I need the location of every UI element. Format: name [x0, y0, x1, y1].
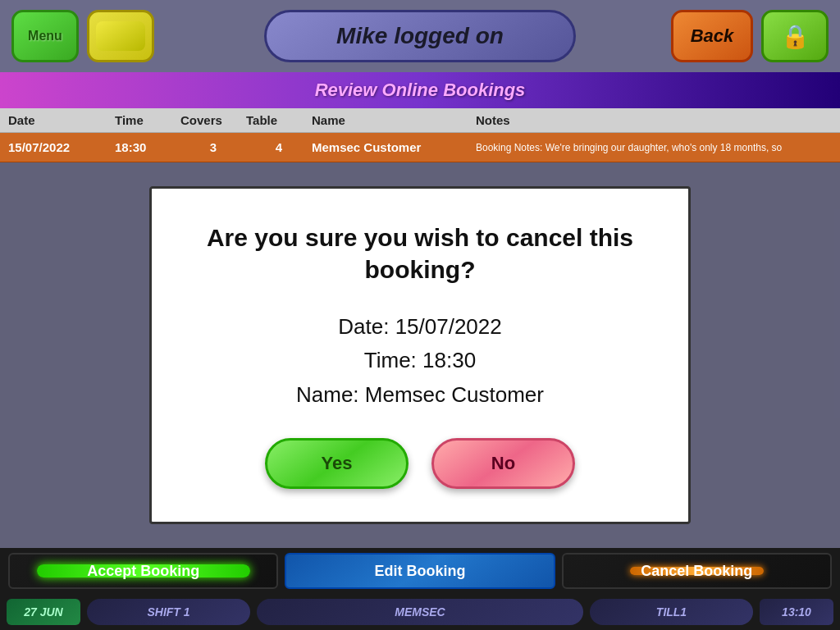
row-name: Memsec Customer — [312, 140, 476, 154]
edit-btn-label: Edit Booking — [374, 563, 465, 580]
top-right-buttons: Back 🔒 — [671, 10, 829, 62]
col-notes-header: Notes — [476, 113, 832, 127]
cancel-btn-label: Cancel Booking — [641, 563, 752, 580]
modal-date-line: Date: 15/07/2022 — [296, 310, 544, 345]
cancel-booking-button[interactable]: Cancel Booking — [562, 553, 832, 589]
yellow-inner — [96, 21, 145, 51]
edit-booking-button[interactable]: Edit Booking — [285, 553, 555, 589]
modal-name-label: Name: — [296, 382, 359, 407]
modal-time-value: 18:30 — [422, 348, 476, 372]
modal-date-label: Date: — [338, 314, 389, 339]
main-content: Are you sure you wish to cancel this boo… — [0, 162, 840, 548]
top-bar: Menu Mike logged on Back 🔒 — [0, 0, 840, 72]
status-till: TILL1 — [590, 599, 753, 625]
no-button[interactable]: No — [431, 438, 575, 489]
modal-buttons: Yes No — [265, 438, 575, 489]
status-bar: 27 JUN SHIFT 1 MEMSEC TILL1 13:10 — [0, 594, 840, 630]
status-memsec: MEMSEC — [257, 599, 583, 625]
row-table: 4 — [246, 140, 312, 154]
modal-overlay: Are you sure you wish to cancel this boo… — [0, 162, 840, 548]
modal-question: Are you sure you wish to cancel this boo… — [185, 221, 655, 285]
modal-name-value: Memsec Customer — [365, 382, 544, 407]
status-shift: SHIFT 1 — [87, 599, 250, 625]
status-time: 13:10 — [760, 599, 833, 625]
col-date-header: Date — [8, 113, 115, 127]
modal-time-line: Time: 18:30 — [296, 344, 544, 378]
accept-btn-label: Accept Booking — [87, 563, 199, 580]
row-notes: Booking Notes: We're bringing our daught… — [476, 142, 832, 153]
section-header: Review Online Bookings — [0, 72, 840, 108]
status-date: 27 JUN — [7, 599, 80, 625]
title-pill: Mike logged on — [264, 10, 576, 62]
modal-details: Date: 15/07/2022 Time: 18:30 Name: Memse… — [296, 310, 544, 413]
row-covers: 3 — [180, 140, 246, 154]
col-table-header: Table — [246, 113, 312, 127]
menu-button[interactable]: Menu — [11, 10, 79, 62]
yes-button[interactable]: Yes — [265, 438, 409, 489]
col-covers-header: Covers — [180, 113, 246, 127]
modal-time-label: Time: — [364, 348, 417, 372]
modal-date-value: 15/07/2022 — [395, 314, 502, 339]
row-time: 18:30 — [115, 140, 180, 154]
bottom-actions: Accept Booking Edit Booking Cancel Booki… — [0, 548, 840, 594]
col-name-header: Name — [312, 113, 476, 127]
table-row[interactable]: 15/07/2022 18:30 3 4 Memsec Customer Boo… — [0, 133, 840, 162]
lock-button[interactable]: 🔒 — [761, 10, 829, 62]
modal-name-line: Name: Memsec Customer — [296, 378, 544, 413]
top-left-buttons: Menu — [11, 10, 154, 62]
accept-booking-button[interactable]: Accept Booking — [8, 553, 278, 589]
col-time-header: Time — [115, 113, 180, 127]
back-button[interactable]: Back — [671, 10, 753, 62]
modal-dialog: Are you sure you wish to cancel this boo… — [149, 186, 691, 525]
table-header: Date Time Covers Table Name Notes — [0, 108, 840, 133]
yellow-button[interactable] — [87, 10, 154, 62]
logged-on-title: Mike logged on — [336, 23, 504, 49]
section-title: Review Online Bookings — [315, 80, 526, 101]
row-date: 15/07/2022 — [8, 140, 115, 154]
